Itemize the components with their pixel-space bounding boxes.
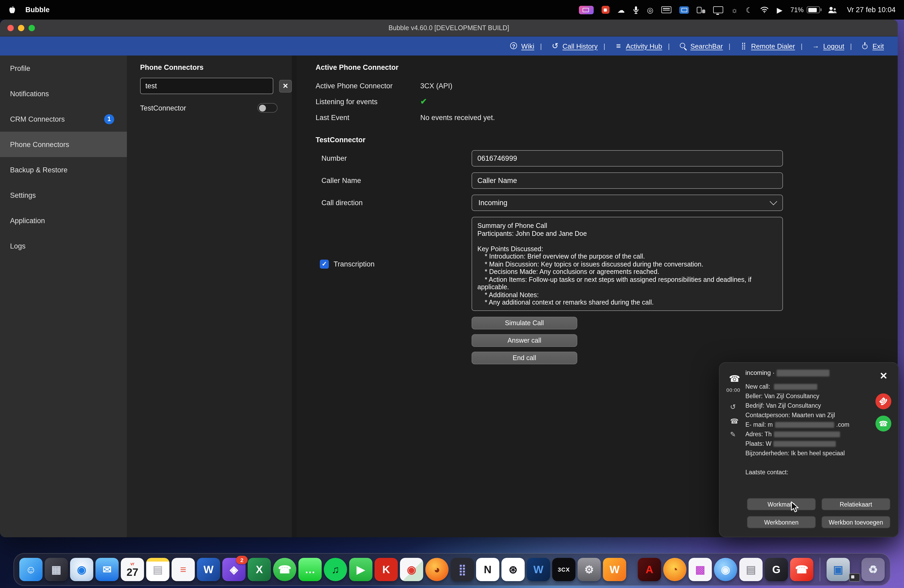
dock-icon-finder[interactable]: ☺ [19,558,43,581]
answer-call-button[interactable]: Answer call [471,334,577,347]
dock-icon-3cx[interactable]: 3CX [552,558,575,581]
dock-icon-maps[interactable]: ◉ [400,558,423,581]
clear-search-button[interactable]: ✕ [279,80,292,92]
microphone-icon[interactable] [632,6,639,14]
dock-icon-purple-app[interactable]: ◈ 2 [222,558,245,581]
brightness-icon[interactable]: ☼ [731,6,738,13]
dock-icon-reminders[interactable]: ≡ [172,558,195,581]
call-history-icon[interactable]: ↺ [730,403,736,411]
dock-icon-firefox[interactable]: ◕ [425,558,449,581]
popup-title: incoming · [745,369,775,376]
sidebar-item-settings[interactable]: Settings [0,182,127,208]
workmate-button[interactable]: Workmate [747,498,816,510]
close-window-button[interactable] [7,25,14,31]
dock-icon-notion[interactable]: N [476,558,499,581]
sidebar-item-profile[interactable]: Profile [0,55,127,81]
sidebar-item-crm-connectors[interactable]: CRM Connectors 1 [0,106,127,132]
connector-list-item[interactable]: TestConnector [127,96,297,120]
number-input[interactable] [471,150,783,167]
dock-icon-dialpad-app[interactable]: ⣿ [451,558,474,581]
dock-icon-whatsapp[interactable]: ☎ [273,558,296,581]
dock-icon-browser-orange[interactable]: ◔ [663,558,686,581]
nav-logout[interactable]: Logout [795,42,844,50]
input-source-indicator[interactable] [849,573,860,582]
nav-call-history[interactable]: Call History [534,42,597,50]
dock-icon-trash[interactable]: ♻ [861,558,885,581]
nav-wiki[interactable]: Wiki [510,42,534,50]
transcription-textarea[interactable]: Summary of Phone Call Participants: John… [471,217,783,311]
nav-link-icon [679,42,687,50]
dock-icon-globe-app[interactable]: ◉ [714,558,737,581]
assistant-icon[interactable]: ◎ [647,6,653,13]
caller-name-input[interactable] [471,172,783,189]
popup-info-line: E- mail: m.com [745,420,869,429]
dock-icon-settings[interactable]: ⚙ [578,558,601,581]
dock-icon-workmate[interactable]: W [603,558,626,581]
dock-icon-window-app[interactable]: ▤ [739,558,763,581]
dock-icon-launchpad[interactable]: ▦ [45,558,68,581]
onedrive-cloud-icon[interactable]: ☁ [617,6,624,13]
menu-bar-clock[interactable]: Vr 27 feb 10:04 [847,6,896,14]
call-timer: 00:00 [726,387,740,393]
simulate-call-button[interactable]: Simulate Call [471,317,577,329]
call-direction-select[interactable]: Incoming [471,194,783,211]
dock-icon-messages[interactable]: … [299,558,322,581]
end-call-button[interactable]: End call [471,352,577,364]
nav-activity-hub[interactable]: Activity Hub [597,42,662,50]
red-app-icon[interactable] [601,6,609,14]
zoom-window-button[interactable] [28,25,35,31]
display-mirror-icon[interactable] [679,6,689,13]
minimize-window-button[interactable] [18,25,24,31]
apple-menu-icon[interactable] [8,6,16,14]
now-playing-icon[interactable]: ▶ [777,6,783,13]
transcription-checkbox[interactable]: ✓ [320,259,329,268]
dock-icon-acrobat[interactable]: A [638,558,661,581]
dock-icon-notes[interactable]: ▤ [146,558,169,581]
incoming-call-icon[interactable]: ☎ [730,417,738,425]
dock-icon-screen-share[interactable]: ▣ [820,558,850,581]
dock-icon-facetime[interactable]: ▶ [349,558,373,581]
compose-note-icon[interactable]: ✎ [730,430,736,438]
menu-bar-app-name[interactable]: Bubble [25,6,50,14]
accept-call-button[interactable]: ☎ [876,416,891,432]
dock-icon-mosaic-app[interactable]: ▩ [689,558,712,581]
dock-icon-mail[interactable]: ✉ [95,558,119,581]
decline-call-button[interactable]: ☎ [876,394,891,409]
werkbonnen-button[interactable]: Werkbonnen [747,516,816,528]
sidebar-item-backup-restore[interactable]: Backup & Restore [0,157,127,182]
nav-exit[interactable]: Exit [844,42,884,50]
sidebar-item-logs[interactable]: Logs [0,233,127,259]
call-direction-label: Call direction [316,199,471,207]
window-tiling-icon[interactable] [697,6,705,13]
dock-icon-g-app[interactable]: G [765,558,788,581]
sidebar-item-notifications[interactable]: Notifications [0,81,127,106]
keyboard-icon[interactable] [661,6,672,13]
dock-icon-safari[interactable]: ◉ [70,558,93,581]
dock-icon-phone-app[interactable]: ☎ [790,558,813,581]
sidebar-item-application[interactable]: Application [0,208,127,233]
relatiekaart-button[interactable]: Relatiekaart [822,498,890,510]
connector-search-input[interactable] [140,78,273,94]
dock-icon-klikaanklikuit[interactable]: K [375,558,398,581]
dock-icon-excel[interactable]: X [248,558,271,581]
user-switch-icon[interactable] [828,6,837,14]
dock: ☺ ▦ ◉ [13,553,891,586]
wifi-icon[interactable] [760,6,769,13]
screen-mirroring-icon[interactable] [578,6,593,14]
dock-icon-spotify[interactable]: ♫ [324,558,347,581]
sidebar-item-label: Logs [10,242,26,250]
connector-toggle[interactable] [258,103,278,113]
close-icon[interactable]: ✕ [880,370,888,382]
sidebar-item-phone-connectors[interactable]: Phone Connectors [0,132,127,157]
dock-icon-word[interactable]: W [197,558,220,581]
popup-info-line: Bijzonderheden: Ik ben heel speciaal [745,448,869,458]
nav-remote-dialer[interactable]: Remote Dialer [723,42,795,50]
focus-moon-icon[interactable]: ☾ [746,6,752,13]
battery-indicator[interactable]: 71% [790,6,820,13]
dock-icon-word-dark[interactable]: W [527,558,550,581]
werkbon-toevoegen-button[interactable]: Werkbon toevoegen [822,516,890,528]
display-icon[interactable] [713,6,723,13]
nav-searchbar[interactable]: SearchBar [662,42,723,50]
dock-icon-calendar[interactable]: vr 27 [121,558,144,581]
dock-icon-chatgpt[interactable]: ⊛ [501,558,525,581]
